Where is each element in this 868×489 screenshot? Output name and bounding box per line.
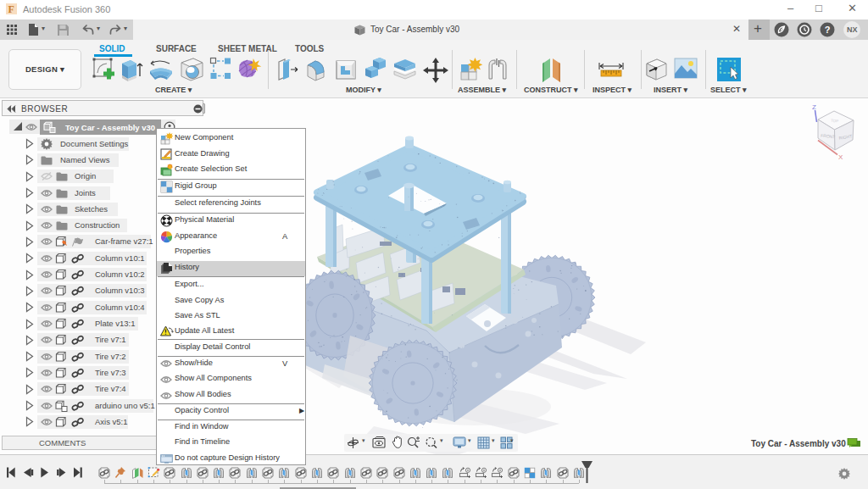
svg-text:?: ?: [825, 25, 831, 35]
svg-text:X: X: [838, 153, 843, 161]
svg-text:TOP: TOP: [831, 119, 838, 124]
svg-text:Z: Z: [812, 103, 816, 111]
